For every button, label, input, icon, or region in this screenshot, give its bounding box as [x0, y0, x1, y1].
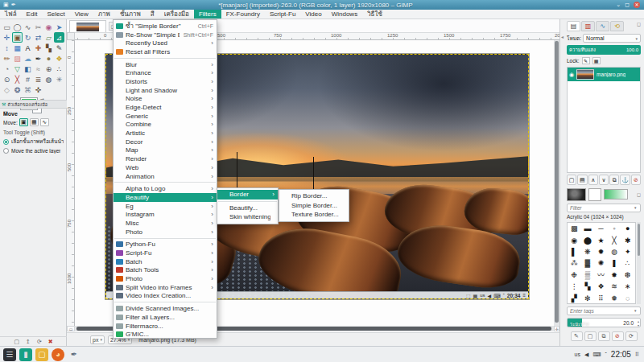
- menu-item-video-index-creation[interactable]: Video Index Creation...: [114, 292, 217, 301]
- tool-button-39[interactable]: ✜: [33, 84, 43, 95]
- menu-item-animation[interactable]: Animation›: [114, 172, 217, 181]
- radio-move-active-layer[interactable]: Move the active layer: [0, 146, 67, 154]
- brush-swatch-5[interactable]: ◉: [568, 234, 581, 245]
- tool-button-34[interactable]: ◍: [43, 74, 54, 84]
- brush-swatch-23[interactable]: ✸: [608, 269, 621, 281]
- menu-item-batch-tools[interactable]: Batch Tools›: [114, 266, 217, 275]
- menu-ภาพ[interactable]: ภาพ: [93, 10, 115, 19]
- brush-swatch-1[interactable]: ▬: [581, 223, 595, 234]
- menu-item-filter-all-layers[interactable]: Filter all Layers...: [114, 313, 217, 322]
- menu-item-python-fu[interactable]: Python-Fu›: [114, 241, 217, 249]
- brush-swatch-20[interactable]: ❉: [568, 269, 581, 281]
- maximize-button[interactable]: ◻: [625, 2, 630, 8]
- unit-select[interactable]: px ▾: [90, 335, 105, 344]
- radio-pick-layer[interactable]: เลือกชั้นภาพหรือเส้นนำทาง: [0, 136, 67, 146]
- tags-input[interactable]: [567, 306, 641, 315]
- menu-ไฟล์[interactable]: ไฟล์: [0, 10, 22, 19]
- brush-swatch-15[interactable]: ⁂: [568, 257, 581, 269]
- menu-item-recently-used[interactable]: Recently Used›: [114, 39, 217, 47]
- brush-swatch-0[interactable]: ▩: [568, 223, 581, 234]
- brush-swatch-16[interactable]: ▓: [581, 257, 595, 269]
- menu-item-filtermacro[interactable]: Filtermacro...: [114, 322, 217, 331]
- menu-item-ซ้ำ-simple-border[interactable]: ซ้ำ "Simple Border"Ctrl+F: [114, 22, 217, 31]
- brush-scrollbar-thumb[interactable]: [638, 224, 640, 256]
- refresh-brushes-button[interactable]: ⟳: [625, 331, 638, 341]
- menu-item-texture-border[interactable]: Texture Border...: [279, 210, 349, 220]
- new-layer-button[interactable]: ▢: [567, 175, 576, 185]
- brush-swatch-12[interactable]: ✹: [594, 246, 608, 257]
- menu-item-decor[interactable]: Decor›: [114, 138, 217, 146]
- brush-swatch-24[interactable]: ❆: [621, 269, 634, 281]
- brush-swatch-34[interactable]: ◌: [621, 292, 634, 303]
- tab-paths[interactable]: ∿: [596, 21, 609, 31]
- tool-button-31[interactable]: ╳: [12, 74, 23, 84]
- keyboard-layout[interactable]: us: [575, 352, 580, 357]
- move-selection-button[interactable]: ▦: [30, 118, 39, 126]
- menu-item-divide-scanned-images[interactable]: Divide Scanned Images...: [114, 304, 217, 313]
- tool-button-28[interactable]: ⊕: [43, 64, 54, 74]
- menu-item-batch[interactable]: Batch›: [114, 257, 217, 266]
- tool-options-tab[interactable]: ⚒ ตัวเลือกของเครื่องมือ: [0, 100, 67, 109]
- brush-swatch-13[interactable]: ◍: [608, 246, 621, 257]
- save-tool-options[interactable]: ▢: [14, 339, 19, 345]
- tool-button-15[interactable]: ✚: [33, 43, 43, 53]
- brush-swatch-30[interactable]: ▞: [568, 292, 581, 303]
- menu-script-fu[interactable]: Script-Fu: [265, 10, 300, 19]
- volume-icon[interactable]: ◀: [584, 352, 588, 358]
- tool-button-36[interactable]: ◇: [2, 84, 12, 95]
- move-path-button[interactable]: ∿: [40, 118, 49, 126]
- spinner-arrows-icon[interactable]: ▴▾: [638, 319, 639, 327]
- menu-item-g-mic[interactable]: G'MIC...: [114, 330, 217, 339]
- tool-button-14[interactable]: A: [23, 43, 33, 53]
- lower-layer-button[interactable]: ∨: [599, 175, 609, 185]
- tab-channels[interactable]: ▥: [581, 21, 595, 31]
- tool-button-33[interactable]: ≣: [33, 74, 43, 84]
- delete-layer-button[interactable]: ⊘: [631, 175, 641, 185]
- menu-item-edge-detect[interactable]: Edge-Detect›: [114, 103, 217, 112]
- layer-mode-select[interactable]: Normal ▾: [583, 34, 641, 43]
- tab-layers[interactable]: ▤: [567, 21, 580, 31]
- launcher-terminal[interactable]: ▮: [19, 348, 32, 361]
- menu-item-rip-border[interactable]: Rip Border...: [279, 191, 349, 201]
- reset-tool-options[interactable]: ⟳: [37, 339, 42, 345]
- menu-ชั้นภาพ[interactable]: ชั้นภาพ: [115, 10, 146, 19]
- edit-brush-button[interactable]: ✎: [571, 331, 583, 341]
- brush-swatch-17[interactable]: ✺: [594, 257, 608, 269]
- brush-filter-input[interactable]: [567, 204, 641, 212]
- tool-button-2[interactable]: ∿: [23, 22, 33, 32]
- clock[interactable]: 22:05: [611, 350, 631, 359]
- tool-button-3[interactable]: ✂: [33, 22, 43, 32]
- tool-button-29[interactable]: ∴: [54, 64, 64, 74]
- menu-item-light-and-shadow[interactable]: Light and Shadow›: [114, 86, 217, 95]
- menu-video[interactable]: Video: [300, 10, 326, 19]
- launcher-gimp[interactable]: ✒: [68, 348, 80, 361]
- anchor-layer-button[interactable]: ⚓: [620, 175, 630, 185]
- brush-spacing-slider[interactable]: ระยะห่าง 20.0 ▴▾: [567, 318, 641, 327]
- menu-item-enhance[interactable]: Enhance›: [114, 68, 217, 77]
- tab-undo-history[interactable]: ⟲: [610, 21, 624, 31]
- vertical-scrollbar[interactable]: [554, 40, 559, 326]
- tool-button-12[interactable]: ↕: [2, 43, 12, 53]
- menu-view[interactable]: View: [70, 10, 93, 19]
- tool-button-38[interactable]: ⌘: [23, 84, 33, 95]
- brush-swatch-6[interactable]: ⬤: [581, 234, 595, 245]
- menu-fx-foundry[interactable]: FX-Foundry: [221, 10, 265, 19]
- new-group-button[interactable]: ▤: [577, 175, 587, 185]
- lock-alpha-button[interactable]: ▦: [592, 57, 601, 64]
- menu-windows[interactable]: Windows: [327, 10, 362, 19]
- restore-tool-options[interactable]: ↥: [26, 339, 31, 345]
- show-desktop-icon[interactable]: ⠿: [635, 352, 639, 358]
- menu-เครื่องมือ[interactable]: เครื่องมือ: [159, 10, 194, 19]
- tool-button-20[interactable]: ☁: [23, 53, 33, 64]
- layer-row[interactable]: ◉manjaro.png: [568, 68, 640, 81]
- tool-button-25[interactable]: ▽: [12, 64, 23, 74]
- tool-button-37[interactable]: ❂: [12, 84, 23, 95]
- tool-button-32[interactable]: #: [23, 74, 33, 84]
- delete-tool-options[interactable]: ✖: [48, 339, 53, 345]
- menu-item-border[interactable]: Border›: [217, 190, 278, 200]
- launcher-files[interactable]: ▢: [35, 348, 48, 361]
- opacity-slider[interactable]: ความทึบแสง 100.0: [567, 45, 641, 55]
- close-button[interactable]: ✕: [634, 2, 640, 8]
- tool-button-0[interactable]: ▭: [2, 22, 12, 32]
- duplicate-brush-button[interactable]: ⧉: [598, 331, 610, 341]
